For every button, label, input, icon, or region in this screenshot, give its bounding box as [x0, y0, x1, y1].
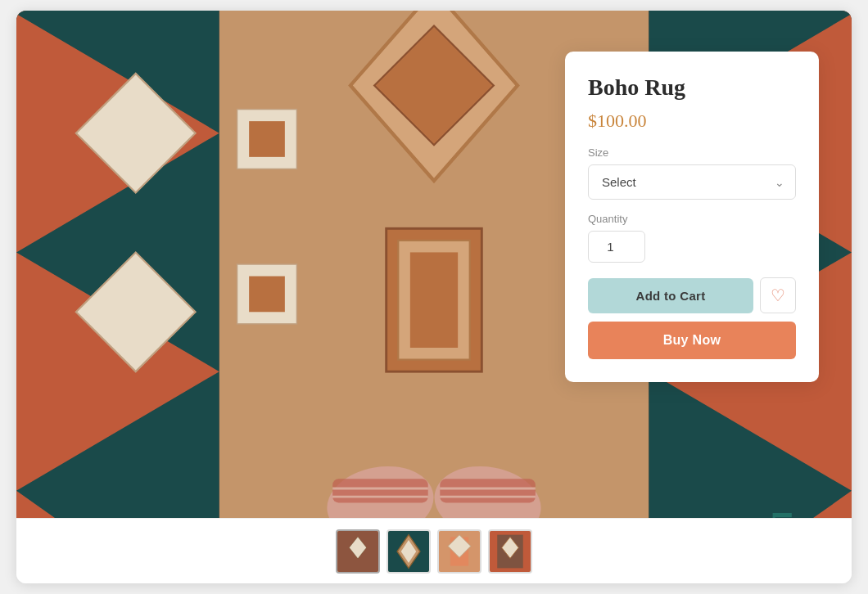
thumbnail-3[interactable]: [437, 529, 481, 574]
size-label: Size: [588, 146, 796, 159]
svg-rect-21: [249, 121, 285, 157]
quantity-label: Quantity: [588, 213, 796, 225]
thumbnail-2[interactable]: [387, 529, 431, 574]
svg-rect-27: [440, 479, 536, 502]
quantity-input[interactable]: [588, 231, 645, 263]
add-to-cart-button[interactable]: Add to Cart: [588, 278, 753, 313]
product-title: Boho Rug: [588, 74, 796, 101]
buy-now-button[interactable]: Buy Now: [588, 322, 796, 359]
svg-rect-25: [332, 479, 428, 502]
actions-row: Add to Cart ♡: [588, 277, 796, 313]
thumbnail-1[interactable]: [336, 529, 380, 574]
product-price: $100.00: [588, 110, 796, 132]
product-panel: Boho Rug $100.00 Size Select Small Mediu…: [565, 52, 819, 382]
thumbnail-4[interactable]: [488, 529, 532, 574]
svg-rect-23: [249, 277, 285, 313]
size-select[interactable]: Select Small Medium Large Extra Large: [588, 164, 796, 200]
svg-rect-15: [410, 252, 458, 348]
wishlist-button[interactable]: ♡: [760, 277, 796, 313]
main-area: 5 Boho Rug $100.00 Size Select Small Med…: [16, 11, 852, 518]
product-card: 5 Boho Rug $100.00 Size Select Small Med…: [16, 11, 852, 583]
svg-text:5: 5: [768, 500, 797, 518]
thumbnails-bar: [16, 518, 852, 583]
size-select-wrapper: Select Small Medium Large Extra Large ⌄: [588, 164, 796, 200]
heart-icon: ♡: [771, 286, 785, 305]
